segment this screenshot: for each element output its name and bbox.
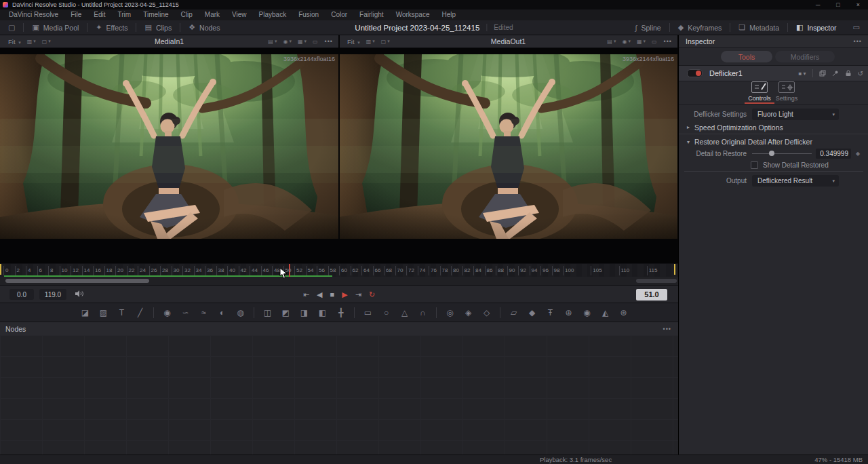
range-start-field[interactable]: 0.0 <box>9 289 34 300</box>
viewer-left-zoom-dropdown[interactable]: Fit ▾ <box>8 38 21 45</box>
merge-3d-tool[interactable]: ⊕ <box>559 308 578 317</box>
guides-icon[interactable]: ▦ <box>637 39 642 45</box>
menu-edit[interactable]: Edit <box>87 9 111 20</box>
node-graph[interactable]: MediaIn1 AutomaticDirtRemov... Deflicker… <box>0 335 678 455</box>
color-corrector-tool[interactable]: ◉ <box>158 308 176 317</box>
menu-mark[interactable]: Mark <box>199 9 226 20</box>
current-frame-field[interactable]: 51.0 <box>636 289 667 301</box>
background-tool[interactable]: ◪ <box>76 308 94 317</box>
blur-tool[interactable]: ◍ <box>231 308 250 317</box>
lut-icon[interactable]: ◉ <box>622 39 627 45</box>
paint-tool[interactable]: ╱ <box>131 308 149 317</box>
pin-icon[interactable] <box>832 67 839 79</box>
color-curves-tool[interactable]: ∽ <box>176 308 195 317</box>
loop-button[interactable]: ↻ <box>369 291 375 298</box>
keyframe-diamond-icon[interactable]: ◆ <box>856 151 860 157</box>
frame-icon[interactable]: ▭ <box>313 39 318 45</box>
camera-3d-tool[interactable]: ◉ <box>578 308 596 317</box>
merge-tool[interactable]: ◫ <box>258 308 277 317</box>
inspector-options-menu[interactable]: ••• <box>854 38 862 45</box>
text-plus-tool[interactable]: T <box>113 308 131 317</box>
rectangle-mask-tool[interactable]: ▭ <box>359 308 377 317</box>
polygon-mask-tool[interactable]: △ <box>395 308 414 317</box>
roi-icon[interactable]: ▤ <box>607 39 612 45</box>
buffer-icon[interactable]: ▥ <box>27 39 33 45</box>
image-plane-3d-tool[interactable]: ▱ <box>505 308 523 317</box>
ellipse-mask-tool[interactable]: ○ <box>377 308 395 317</box>
range-end-field[interactable]: 119.0 <box>39 289 66 300</box>
stop-button[interactable]: ■ <box>330 291 335 298</box>
text-3d-tool[interactable]: Ŧ <box>541 308 559 317</box>
menu-fairlight[interactable]: Fairlight <box>353 9 390 20</box>
inspector-button[interactable]: ◧Inspector <box>788 20 845 35</box>
tab-tools[interactable]: Tools <box>721 51 772 62</box>
menu-timeline[interactable]: Timeline <box>137 9 174 20</box>
goto-first-frame-button[interactable]: ⇤ <box>303 291 309 298</box>
subtab-settings[interactable]: Settings <box>774 81 800 102</box>
viewer-options-menu[interactable]: ••• <box>325 38 333 45</box>
clean-feed-button[interactable]: ▭ <box>845 20 868 35</box>
slider-handle[interactable] <box>769 151 774 156</box>
timeline-zoom-scrollbar[interactable] <box>636 279 677 283</box>
minimize-button[interactable]: ─ <box>816 1 820 8</box>
menu-trim[interactable]: Trim <box>112 9 138 20</box>
subtab-controls[interactable]: Controls <box>747 81 772 102</box>
keyframes-button[interactable]: ◆Keyframes <box>670 20 730 35</box>
viewer-right-zoom-dropdown[interactable]: Fit ▾ <box>347 38 360 45</box>
planar-tracker-tool[interactable]: ◈ <box>459 308 477 317</box>
spot-light-3d-tool[interactable]: ◭ <box>596 308 614 317</box>
menu-view[interactable]: View <box>226 9 253 20</box>
detail-to-restore-slider[interactable] <box>752 148 812 159</box>
media-pool-button[interactable]: ▣Media Pool <box>24 20 87 35</box>
viewer-options-menu[interactable]: ••• <box>664 38 672 45</box>
nodes-options-menu[interactable]: ••• <box>663 326 671 332</box>
clips-button[interactable]: ▤Clips <box>136 20 180 35</box>
interface-toggle-button[interactable]: ▢ <box>0 20 23 35</box>
delta-keyer-tool[interactable]: ◧ <box>313 308 332 317</box>
play-button[interactable]: ▶ <box>342 291 347 298</box>
bspline-mask-tool[interactable]: ∩ <box>414 308 432 317</box>
shape-3d-tool[interactable]: ◆ <box>523 308 541 317</box>
node-enable-toggle[interactable] <box>687 69 703 77</box>
menu-help[interactable]: Help <box>435 9 462 20</box>
metadata-button[interactable]: ❏Metadata <box>730 20 787 35</box>
nodes-button[interactable]: ❖Nodes <box>180 20 228 35</box>
menu-file[interactable]: File <box>64 9 87 20</box>
snapshot-icon[interactable]: ▢ <box>381 39 387 45</box>
buffer-icon[interactable]: ▥ <box>366 39 372 45</box>
transform-tool[interactable]: ╋ <box>332 308 350 317</box>
goto-last-frame-button[interactable]: ⇥ <box>355 291 361 298</box>
chroma-keyer-tool[interactable]: ◨ <box>295 308 313 317</box>
menu-davinci-resolve[interactable]: DaVinci Resolve <box>3 9 64 20</box>
close-button[interactable]: × <box>856 1 860 8</box>
menu-playback[interactable]: Playback <box>253 9 293 20</box>
output-dropdown[interactable]: Deflickered Result ▾ <box>752 175 839 187</box>
lock-icon[interactable] <box>845 67 852 79</box>
version-icon[interactable]: ■ ▾ <box>799 71 806 77</box>
audio-mute-icon[interactable] <box>75 288 84 301</box>
menu-fusion[interactable]: Fusion <box>292 9 325 20</box>
copy-settings-icon[interactable] <box>819 67 826 79</box>
timeline-scrollbar[interactable] <box>5 279 149 283</box>
matte-control-tool[interactable]: ◩ <box>277 308 295 317</box>
spline-button[interactable]: ∫Spline <box>627 20 669 35</box>
maximize-button[interactable]: □ <box>836 1 840 8</box>
lut-icon[interactable]: ◉ <box>283 39 288 45</box>
tab-modifiers[interactable]: Modifiers <box>775 51 835 62</box>
hue-curves-tool[interactable]: ≈ <box>195 308 213 317</box>
speed-optimization-section[interactable]: ▸ Speed Optimization Options <box>679 121 868 134</box>
restore-detail-section[interactable]: ▾ Restore Original Detail After Deflicke… <box>679 136 868 148</box>
tracker-tool[interactable]: ◎ <box>441 308 459 317</box>
fastnoise-tool[interactable]: ▨ <box>94 308 113 317</box>
reset-icon[interactable]: ↺ <box>858 70 863 77</box>
planar-transform-tool[interactable]: ◇ <box>477 308 496 317</box>
renderer-3d-tool[interactable]: ⊛ <box>614 308 633 317</box>
brightness-contrast-tool[interactable]: ◐ <box>213 308 231 317</box>
frame-icon[interactable]: ▭ <box>652 39 657 45</box>
menu-clip[interactable]: Clip <box>175 9 199 20</box>
play-reverse-button[interactable]: ◀ <box>317 291 322 298</box>
deflicker-settings-dropdown[interactable]: Fluoro Light ▾ <box>752 109 839 120</box>
timeline-ruler[interactable]: 0246810121416182022242628303234363840424… <box>0 263 678 277</box>
snapshot-icon[interactable]: ▢ <box>42 39 47 45</box>
detail-to-restore-value[interactable]: 0.349999 <box>816 149 851 159</box>
